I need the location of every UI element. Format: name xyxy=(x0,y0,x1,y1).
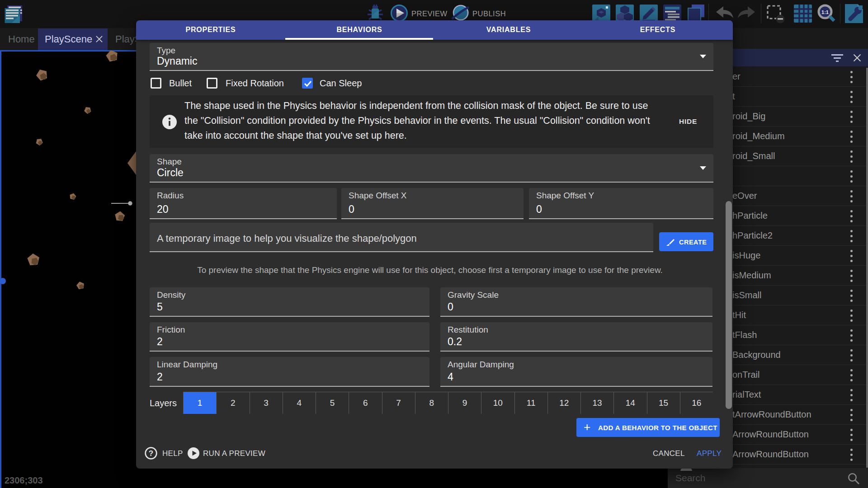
svg-text:1:1: 1:1 xyxy=(821,9,829,15)
svg-text:?: ? xyxy=(149,449,153,458)
